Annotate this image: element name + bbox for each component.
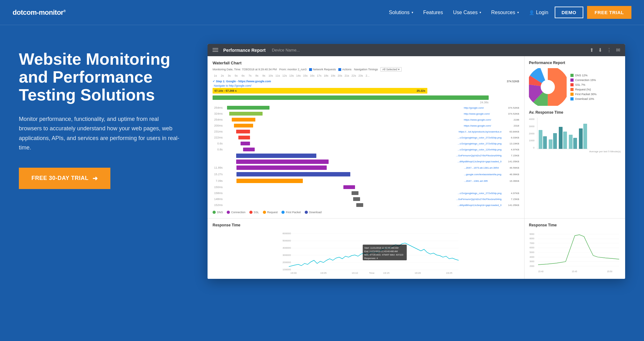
brand-logo[interactable]: dotcom-monitor®	[13, 8, 66, 17]
table-row: 200ms https://www.google.com/ 2318	[213, 123, 519, 128]
pie-chart	[529, 68, 567, 106]
table-row: ...dMysBthopi1Ju3eq/cb=gapi.loaded_0 141…	[213, 159, 519, 164]
svg-text:8000: 8000	[530, 237, 534, 240]
login-button[interactable]: 👤 Login	[529, 10, 548, 15]
demo-button[interactable]: DEMO	[555, 7, 583, 18]
svg-text:9000: 9000	[530, 233, 534, 235]
brand-name: dotcom-monitor	[13, 8, 64, 16]
svg-text:15:40: 15:40	[538, 270, 543, 273]
highlight-bar-container: 57.14s - 57.266 s 25.22s	[213, 88, 519, 94]
chevron-down-icon: ▾	[480, 11, 481, 14]
hero-title: Website Monitoring and Performance Testi…	[19, 50, 195, 104]
svg-text:5000: 5000	[530, 251, 534, 253]
svg-text:400000: 400000	[283, 246, 291, 249]
brand-trademark: ®	[64, 9, 66, 13]
svg-text:500000: 500000	[283, 239, 291, 242]
more-icon[interactable]: ⋮	[607, 47, 612, 53]
svg-text:300000: 300000	[283, 254, 291, 257]
table-row: 324ms http://www.google.com/ 374.52KB	[213, 111, 519, 116]
table-row: 11.89s ...2047...1973.alt.1381.art.3954 …	[213, 165, 519, 170]
svg-text:Start: 11/21/2018 11:43:40:480: Start: 11/21/2018 11:43:40:480 AM	[364, 247, 399, 249]
bar-chart	[537, 118, 588, 149]
response-time-main-title: Response Time	[213, 223, 519, 227]
hero-cta-button[interactable]: FREE 30-DAY TRIAL ➜	[19, 168, 110, 189]
step-highlight: ✓ Step 1: Google - https://www.google.co…	[213, 80, 519, 83]
waterfall-section: Waterfall Chart Monitoring Date, Time: 7…	[208, 56, 525, 219]
svg-text:19:05: 19:05	[320, 272, 327, 274]
pie-chart-container: DNS 12% Connection 15% SSL 7%	[529, 68, 621, 106]
table-row: 158ms ...c/2x/googlelogo_color_272x92dp.…	[213, 191, 519, 195]
performance-report-title: Performance Report	[529, 61, 621, 65]
svg-text:100000: 100000	[283, 268, 291, 271]
close-icon[interactable]: ✉	[616, 47, 620, 53]
nav-links: Solutions ▾ Features Use Cases ▾ Resourc…	[389, 10, 519, 15]
share-icon[interactable]: ⬆	[590, 47, 594, 53]
svg-text:15:45: 15:45	[572, 270, 577, 273]
table-row: ...GoFirmumrQqVd2o2Y8cP9ocbnz64Hg 7.15KB	[213, 153, 519, 158]
svg-text:19:15: 19:15	[383, 272, 390, 274]
nav-item-use-cases[interactable]: Use Cases ▾	[453, 10, 481, 15]
nav-item-solutions[interactable]: Solutions ▾	[389, 10, 413, 15]
svg-text:2000: 2000	[530, 265, 534, 267]
user-icon: 👤	[529, 10, 534, 15]
table-row: 231ms https://...tut.by/products.by/zxae…	[213, 129, 519, 134]
response-time-right-section: Response Time 9000 8000 7000 6000 5000 4…	[525, 219, 625, 279]
svg-text:MIN: 47725 AVG: 47545T MAX: 40: MIN: 47725 AVG: 47545T MAX: 407223	[364, 254, 403, 256]
line-chart-right-svg: 9000 8000 7000 6000 5000 4000 3000 2000	[529, 230, 621, 274]
table-row: 0.6s ...c/2x/googlelogo_color_272x92dp.p…	[213, 141, 519, 146]
svg-text:19:10: 19:10	[352, 272, 358, 274]
dashboard-title: Performance Report	[223, 48, 266, 53]
line-chart-svg: 600000 500000 400000 300000 200000 10000…	[213, 230, 519, 274]
nav-item-features[interactable]: Features	[423, 10, 443, 15]
table-row: 222ms ...c/2x/googlelogo_color_272x92dp.…	[213, 135, 519, 140]
dashboard-window: Performance Report Device Name... ⬆ ⬇ ⋮ …	[208, 44, 625, 279]
svg-text:3000: 3000	[530, 260, 534, 263]
dashboard-actions: ⬆ ⬇ ⋮ ✉	[590, 47, 620, 53]
table-row: 254ms http://google.com/ 374.52KB	[213, 105, 519, 110]
avg-response-title: Av. Response Time	[529, 110, 621, 115]
free-trial-button[interactable]: FREE TRIAL	[587, 6, 631, 19]
table-row: 152ms ...dMysBthopi1Ju3eq/cb=gapi.loaded…	[213, 203, 519, 207]
table-row: 0.8s ...c/2x/googlelogo_color_120x44dp.p…	[213, 147, 519, 152]
dashboard-subtitle: Device Name...	[272, 48, 300, 52]
hero-section: Website Monitoring and Performance Testi…	[0, 25, 644, 341]
arrow-icon: ➜	[92, 175, 98, 182]
table-row: 15.27s ...google.com/textassistant/ta.pn…	[213, 172, 519, 176]
nav-item-resources[interactable]: Resources ▾	[491, 10, 519, 15]
svg-text:Time: Time	[369, 272, 375, 274]
response-time-right-title: Response Time	[529, 223, 621, 227]
download-icon[interactable]: ⬇	[598, 47, 602, 53]
dashboard-body: Waterfall Chart Monitoring Date, Time: 7…	[208, 56, 625, 279]
table-row: 7.09s ...2047...1381.art.395 16.39KB	[213, 179, 519, 183]
svg-text:15:50: 15:50	[607, 270, 612, 273]
dashboard-preview: Performance Report Device Name... ⬆ ⬇ ⋮ …	[208, 44, 625, 279]
waterfall-title: Waterfall Chart	[213, 61, 519, 65]
hero-left: Website Monitoring and Performance Testi…	[19, 44, 195, 189]
svg-text:200000: 200000	[283, 261, 291, 264]
response-time-right-chart: 9000 8000 7000 6000 5000 4000 3000 2000	[529, 230, 621, 274]
waterfall-meta: Monitoring Date, Time: 7/28/2018 at 9:29…	[213, 67, 519, 72]
waterfall-rows: 254ms http://google.com/ 374.52KB 324ms	[213, 105, 519, 208]
avg-response-section: Av. Response Time 4000 3000 2000 1000 0	[529, 110, 621, 153]
svg-text:Responses: 4: Responses: 4	[364, 257, 378, 260]
svg-text:6000: 6000	[530, 246, 534, 249]
svg-text:End: 11/21/2018 11:43:40:480 A: End: 11/21/2018 11:43:40:480 AM	[364, 250, 398, 252]
waterfall-legend: DNS Connection SSL Request	[213, 211, 519, 214]
table-row: 150ms	[213, 185, 519, 189]
timeline-ruler: 1s 2s 3s 5s 6s 7s 8s 9s 10s 11s 12s 13s …	[213, 74, 519, 77]
avg-response-chart: 4000 3000 2000 1000 0	[529, 118, 621, 149]
avg-response-subtitle: Average per last 5 Minute(s)	[529, 150, 621, 153]
table-row: 254ms https://www.google.com/ 2198	[213, 117, 519, 122]
navigation: dotcom-monitor® Solutions ▾ Features Use…	[0, 0, 644, 25]
response-time-main-section: Response Time 600000 500000 400000 30000…	[208, 219, 525, 279]
svg-text:19:00: 19:00	[291, 272, 297, 274]
dashboard-header: Performance Report Device Name... ⬆ ⬇ ⋮ …	[208, 44, 625, 56]
svg-text:19:25: 19:25	[446, 272, 453, 274]
menu-icon	[213, 48, 218, 52]
svg-text:19:20: 19:20	[415, 272, 421, 274]
big-bar-green	[213, 95, 519, 100]
chevron-down-icon: ▾	[412, 11, 413, 14]
chevron-down-icon: ▾	[517, 11, 519, 14]
svg-text:7000: 7000	[530, 242, 534, 244]
hero-description: Monitor performance, functionality, and …	[19, 114, 182, 153]
